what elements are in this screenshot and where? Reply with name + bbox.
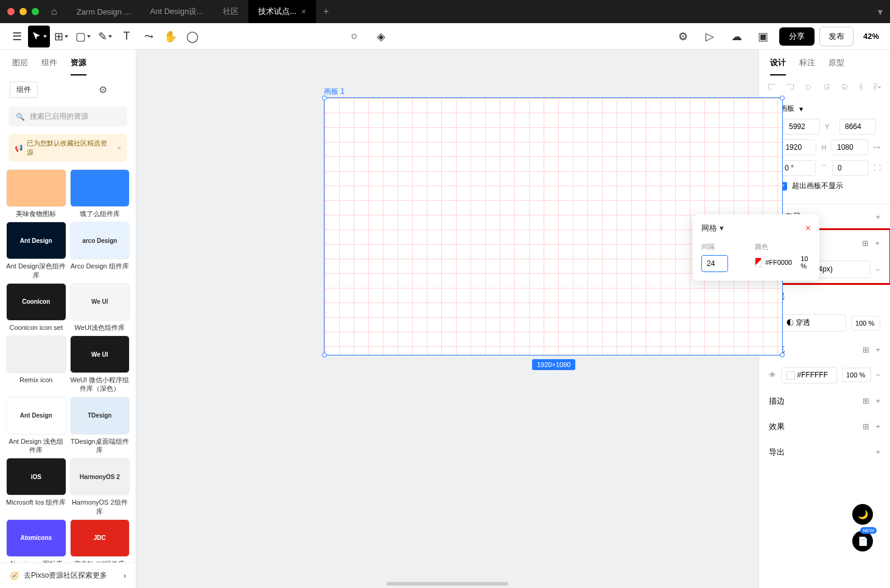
tab-active[interactable]: 技术试点...× [248, 0, 316, 23]
maximize-window-button[interactable] [32, 8, 39, 15]
resource-item[interactable]: TDesignTDesign桌面端组件库 [70, 397, 130, 455]
share-button[interactable]: 分享 [779, 27, 815, 46]
distribute-icon[interactable]: ⫔▾ [873, 82, 881, 91]
play-icon[interactable]: ▷ [699, 26, 721, 47]
add-tab-button[interactable]: + [316, 6, 336, 17]
resize-handle-bl[interactable] [322, 352, 327, 357]
close-window-button[interactable] [7, 8, 15, 15]
resource-item[interactable]: 饿了么组件库 [70, 169, 130, 218]
resize-handle-tr[interactable] [780, 96, 785, 100]
docs-button[interactable]: 📄NEW [852, 531, 873, 551]
canvas-scrollbar[interactable] [387, 582, 508, 586]
settings-icon[interactable]: ⚙ [99, 84, 107, 96]
remove-fill-icon[interactable]: − [876, 371, 880, 379]
align-right-icon[interactable]: ⫐ [804, 82, 813, 91]
pen-tool[interactable]: ✎ [94, 26, 116, 47]
close-tab-icon[interactable]: × [301, 7, 306, 16]
rotation-input[interactable] [779, 160, 816, 176]
notice-close-icon[interactable]: × [117, 144, 121, 152]
resource-item[interactable]: 美味食物图标 [6, 169, 66, 218]
fill-color-input[interactable]: #FFFFFF [781, 367, 837, 383]
resize-handle-br[interactable] [780, 352, 785, 357]
title-menu-icon[interactable]: ▾ [878, 6, 883, 18]
add-grid-icon[interactable]: + [875, 239, 880, 248]
popover-title[interactable]: 网格 ▾ [701, 223, 724, 234]
shape-tool[interactable]: ▢ [72, 26, 94, 47]
fill-opacity-input[interactable] [842, 368, 871, 382]
x-input[interactable] [783, 119, 820, 135]
resource-item[interactable]: arco DesignArco Design 组件库 [70, 222, 130, 279]
resource-item[interactable]: Ant DesignAnt Design 浅色组件库 [6, 397, 66, 455]
link-icon[interactable]: ⊶ [873, 143, 880, 152]
align-center-h-icon[interactable]: ⫎ [786, 82, 794, 91]
align-center-v-icon[interactable]: ⫒ [841, 82, 849, 91]
move-tool[interactable] [28, 26, 50, 47]
export-section[interactable]: 导出 + [759, 439, 890, 465]
tab-components[interactable]: 组件 [41, 57, 57, 75]
canvas[interactable]: 画板 1 1920×1080 网格 ▾ × 间隔 颜色 [136, 50, 759, 588]
explore-community-link[interactable]: 🧭 去Pixso资源社区探索更多 › [0, 562, 136, 588]
hand-tool[interactable]: ✋ [159, 26, 181, 47]
tab-ant[interactable]: Ant Design设... [141, 0, 213, 23]
stroke-section[interactable]: 描边 ⊞+ [759, 388, 890, 414]
add-effect-icon[interactable]: + [875, 422, 880, 431]
remove-grid-icon[interactable]: − [875, 265, 880, 274]
resource-item[interactable]: JDC京东NutUI组件库 [70, 519, 130, 562]
zoom-level[interactable]: 42% [858, 32, 884, 41]
h-input[interactable] [832, 139, 868, 155]
artboard-label[interactable]: 画板 1 [324, 86, 345, 97]
y-input[interactable] [839, 119, 876, 135]
tab-layers[interactable]: 图层 [12, 57, 28, 75]
resource-item[interactable]: CooniconCoonicon icon set [6, 283, 66, 332]
text-tool[interactable]: T [116, 26, 138, 47]
grid-settings-icon[interactable]: ⊞ [862, 239, 869, 248]
tab-design[interactable]: 设计 [770, 57, 786, 75]
popover-close-icon[interactable]: × [805, 223, 811, 234]
resource-item[interactable]: Remix icon [6, 335, 66, 393]
add-icon[interactable]: + [875, 212, 880, 222]
cloud-icon[interactable]: ☁ [726, 26, 748, 47]
radius-input[interactable] [832, 160, 869, 176]
resource-item[interactable]: We UIWeUI浅色组件库 [70, 283, 130, 332]
spacing-input[interactable] [701, 255, 728, 272]
plugin-icon[interactable]: ⚙ [672, 26, 694, 47]
align-bottom-icon[interactable]: ⫓ [859, 82, 863, 91]
effects-settings-icon[interactable]: ⊞ [863, 422, 869, 431]
view-icon[interactable]: ▣ [752, 26, 774, 47]
resource-item[interactable]: Ant DesignAnt Design深色组件库 [6, 222, 66, 279]
frame-tool[interactable]: ⊞ [50, 26, 72, 47]
resource-item[interactable]: HarmonyOS 2HarmonyOS 2组件库 [70, 458, 130, 516]
resource-item[interactable]: We UIWeUI 微信小程序组件库（深色） [70, 335, 130, 393]
components-filter[interactable]: 组件 [10, 82, 38, 98]
theme-toggle-button[interactable]: 🌙 [852, 504, 873, 525]
tab-prototype[interactable]: 原型 [829, 57, 844, 75]
vector-tool[interactable]: ⤳ [138, 26, 159, 47]
eye-icon[interactable]: 👁 [769, 371, 776, 379]
component-tool[interactable]: ◈ [370, 26, 392, 47]
fill-settings-icon[interactable]: ⊞ [863, 345, 869, 354]
blend-mode-select[interactable]: ◐ 穿透 [781, 314, 846, 332]
tab-annotate[interactable]: 标注 [799, 57, 815, 75]
minimize-window-button[interactable] [19, 8, 27, 15]
layer-opacity-input[interactable] [851, 316, 880, 331]
resource-search[interactable]: 🔍 搜索已启用的资源 [9, 107, 127, 127]
color-hex[interactable]: #FF0000 [765, 259, 792, 266]
resource-item[interactable]: iOSMicrosoft Ios 组件库 [6, 458, 66, 516]
stroke-settings-icon[interactable]: ⊞ [863, 396, 869, 405]
color-opacity[interactable]: 10 % [801, 255, 811, 270]
circle-tool[interactable]: ○ [343, 26, 365, 47]
resize-handle-tl[interactable] [322, 96, 327, 100]
w-input[interactable] [780, 139, 816, 155]
align-top-icon[interactable]: ⫑ [822, 82, 831, 91]
expand-icon[interactable]: ⛶ [874, 164, 881, 172]
comment-tool[interactable]: ◯ [181, 26, 203, 47]
publish-button[interactable]: 发布 [819, 27, 853, 46]
add-stroke-icon[interactable]: + [875, 396, 880, 405]
tab-resources[interactable]: 资源 [71, 57, 86, 75]
resource-item[interactable]: AtomiconsAtomicons 图标库 [6, 519, 66, 562]
tab-community[interactable]: 社区 [213, 0, 248, 23]
home-icon[interactable]: ⌂ [51, 6, 57, 17]
add-fill-icon[interactable]: + [875, 345, 880, 354]
color-swatch[interactable] [755, 257, 762, 267]
menu-button[interactable]: ☰ [6, 26, 28, 47]
